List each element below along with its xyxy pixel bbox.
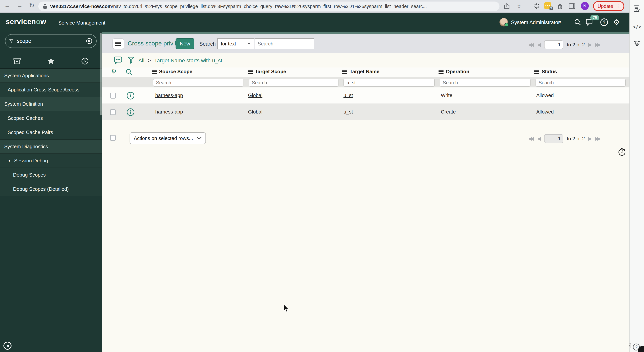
address-bar[interactable]: ven03172.service-now.com/nav_to.do?uri=%… [38,2,500,11]
sidebar-item-debug-scopes[interactable]: Debug Scopes [0,168,102,182]
row-checkbox[interactable] [110,93,116,98]
navigator-filter[interactable] [5,34,96,48]
page-row-input[interactable] [544,134,563,143]
sidebar-item-label: System Diagnostics [4,144,48,150]
sidebar-item-session-debug[interactable]: ▼Session Debug [0,154,102,168]
settings-gear-icon[interactable]: ⚙ [612,18,620,26]
application-navigator: System Applications Application Cross-Sc… [0,32,102,352]
browser-menu-icon[interactable]: ⋮ [616,4,620,9]
sidebar-item-scoped-cache-pairs[interactable]: Scoped Cache Pairs [0,126,102,140]
column-header-status[interactable]: Status [534,69,557,74]
column-menu-icon [534,70,539,74]
breadcrumb-all[interactable]: All [138,58,144,64]
next-page-button[interactable]: ▶ [588,136,592,141]
column-header-source-scope[interactable]: Source Scope [152,69,192,74]
cell-target-scope[interactable]: Global [248,92,262,98]
extension-spinner-icon[interactable] [533,2,540,10]
browser-update-button[interactable]: Update ⋮ [593,1,624,11]
share-icon[interactable] [503,2,510,10]
last-page-button[interactable]: ▶▶ [595,42,599,47]
cell-target-name[interactable]: u_st [344,109,353,115]
tab-favorites[interactable] [34,54,68,68]
filter-funnel-icon [9,38,14,44]
list-context-menu-button[interactable] [112,38,124,49]
page-row-input[interactable] [544,40,563,49]
chevron-down-icon [197,137,202,140]
first-page-button[interactable]: ◀◀ [528,42,532,47]
lock-icon [43,4,47,9]
breadcrumb-row: All > Target Name starts with u_st [102,53,630,68]
browser-side-strip: </> ? [630,0,644,352]
previous-page-button[interactable]: ◀ [537,42,541,47]
bookmark-star-icon[interactable]: ☆ [515,2,523,10]
collapse-caret-icon[interactable]: ▼ [8,159,11,163]
extension-badge: 3 [550,6,553,10]
side-panel-icon[interactable] [568,2,576,10]
cell-target-name[interactable]: u_st [344,92,353,98]
filter-status-input[interactable] [536,78,626,87]
reading-list-icon[interactable] [633,4,641,13]
navigator-filter-input[interactable] [17,38,86,44]
sidebar-item-system-definition[interactable]: System Definition [0,97,102,111]
cell-status: Allowed [536,92,554,98]
search-type-value: for text [221,41,236,47]
forward-icon[interactable]: → [15,2,24,9]
back-icon[interactable]: ← [3,2,12,9]
user-caret-icon[interactable]: ▼ [558,20,562,24]
filter-target-name-input[interactable] [344,78,435,87]
next-page-button[interactable]: ▶ [588,42,592,47]
collapse-sidebar-button[interactable]: ◀ [4,342,12,350]
column-header-operation[interactable]: Operation [438,69,470,74]
extension-yellow-icon[interactable]: 3 [544,2,551,9]
select-all-checkbox[interactable] [110,135,116,141]
actions-select[interactable]: Actions on selected rows... [130,132,206,144]
list-chat-icon[interactable] [114,56,122,66]
breadcrumb-separator: > [148,58,151,64]
row-checkbox[interactable] [110,109,116,115]
browser-profile-avatar[interactable]: N [581,2,589,10]
column-search-toggle-icon[interactable] [126,69,132,77]
sidebar-item-scoped-caches[interactable]: Scoped Caches [0,111,102,126]
puzzle-extensions-icon[interactable] [556,2,564,10]
pagination-top: ◀◀ ◀ to 2 of 2 ▶ ▶▶ [528,40,601,49]
response-time-icon[interactable] [618,147,626,158]
column-header-target-name[interactable]: Target Name [342,69,380,74]
column-menu-icon [152,70,157,74]
column-label: Status [542,69,557,74]
record-preview-icon[interactable] [126,108,134,118]
archive-box-icon [14,58,21,64]
lightbulb-hint-icon[interactable] [633,40,641,48]
new-record-button[interactable]: New [176,38,194,49]
code-panel-icon[interactable]: </> [633,22,641,31]
sidebar-item-system-diagnostics[interactable]: System Diagnostics [0,140,102,154]
cell-source-scope[interactable]: harness-app [155,92,183,98]
global-search-icon[interactable] [574,18,582,26]
sidebar-scrollbar[interactable] [100,33,102,116]
search-type-select[interactable]: for text ▼ [217,38,254,49]
cell-target-scope[interactable]: Global [248,109,262,115]
tab-history[interactable] [68,54,102,68]
cell-source-scope[interactable]: harness-app [155,109,183,115]
user-avatar[interactable] [500,18,508,26]
list-search-input[interactable] [254,38,314,49]
filter-icon[interactable] [128,56,134,66]
tab-all-applications[interactable] [0,54,34,68]
filter-target-scope-input[interactable] [249,78,338,87]
help-icon[interactable]: ? [600,18,608,26]
column-header-target-scope[interactable]: Target Scope [248,69,286,74]
record-preview-icon[interactable] [126,92,134,101]
filter-source-scope-input[interactable] [153,78,244,87]
list-settings-gear-icon[interactable]: ⚙ [111,68,117,75]
last-page-button[interactable]: ▶▶ [595,136,599,141]
servicenow-logo[interactable]: servicenow [6,18,46,26]
clear-filter-icon[interactable] [86,37,92,45]
filter-operation-input[interactable] [440,78,530,87]
first-page-button[interactable]: ◀◀ [528,136,532,141]
refresh-icon[interactable]: ↻ [28,2,36,9]
sidebar-item-system-applications[interactable]: System Applications [0,69,102,83]
user-menu[interactable]: System Administrator [511,20,560,26]
sidebar-item-debug-scopes-detailed[interactable]: Debug Scopes (Detailed) [0,182,102,196]
sidebar-item-application-cross-scope-access[interactable]: Application Cross-Scope Access [0,83,102,97]
previous-page-button[interactable]: ◀ [537,136,541,141]
breadcrumb-filter[interactable]: Target Name starts with u_st [154,58,222,64]
